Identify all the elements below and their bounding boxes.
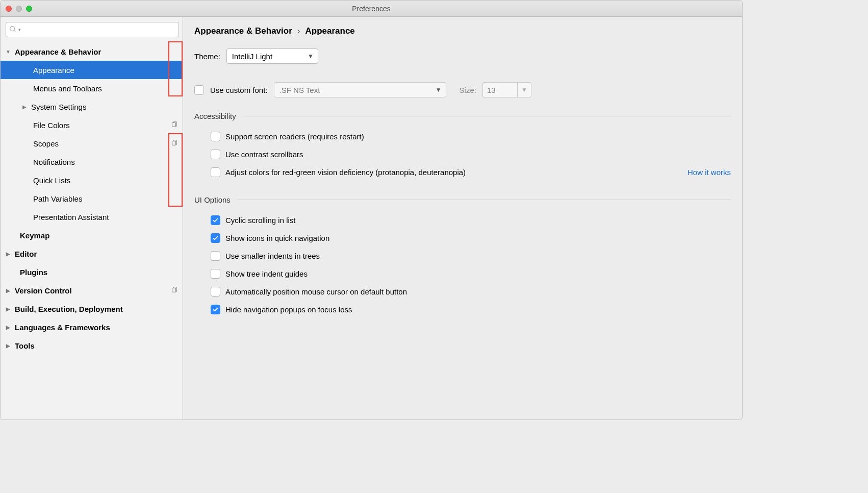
checkbox[interactable] <box>211 132 220 141</box>
checkbox[interactable] <box>211 150 220 159</box>
sidebar-item[interactable]: ▶System Settings <box>1 97 183 116</box>
sidebar-item-label: Quick Lists <box>33 176 70 185</box>
copy-icon <box>170 286 177 293</box>
sidebar-item-label: Appearance & Behavior <box>15 47 101 56</box>
accessibility-title: Accessibility <box>194 112 236 120</box>
ui-options-option: Automatically position mouse cursor on d… <box>194 283 731 301</box>
checkbox-label: Use smaller indents in trees <box>225 252 320 260</box>
sidebar-item[interactable]: ▼Appearance & Behavior <box>1 42 183 61</box>
sidebar-item-label: Scopes <box>33 139 59 148</box>
chevron-right-icon: › <box>297 26 300 36</box>
svg-point-0 <box>10 26 15 31</box>
sidebar-item[interactable]: ▶Tools <box>1 336 183 355</box>
sidebar-item-label: Keymap <box>20 231 49 240</box>
checkbox[interactable] <box>211 305 220 314</box>
ui-options-option: Use smaller indents in trees <box>194 247 731 265</box>
svg-line-1 <box>14 30 16 32</box>
ui-options-header: UI Options <box>194 195 731 204</box>
disclosure-right-icon: ▶ <box>5 251 12 257</box>
copy-icon <box>170 121 177 128</box>
svg-rect-3 <box>172 141 176 145</box>
sidebar-item[interactable]: ▶Build, Execution, Deployment <box>1 300 183 318</box>
accessibility-header: Accessibility <box>194 112 731 120</box>
breadcrumb-page: Appearance <box>305 26 354 36</box>
divider <box>237 200 731 200</box>
search-input[interactable]: ▾ <box>6 22 179 37</box>
font-value: .SF NS Text <box>279 86 320 94</box>
disclosure-right-icon: ▶ <box>5 325 12 330</box>
disclosure-right-icon: ▶ <box>5 288 12 293</box>
ui-options-option: Show icons in quick navigation <box>194 229 731 247</box>
theme-value: IntelliJ Light <box>232 52 272 61</box>
chevron-down-icon: ▾ <box>18 27 21 32</box>
sidebar-item-label: Menus and Toolbars <box>33 84 102 93</box>
disclosure-right-icon: ▶ <box>21 104 28 110</box>
checkbox[interactable] <box>211 269 220 279</box>
disclosure-placeholder <box>10 269 17 275</box>
sidebar-item-label: Build, Execution, Deployment <box>15 305 123 313</box>
checkbox[interactable] <box>211 215 220 225</box>
sidebar-item[interactable]: Menus and Toolbars <box>1 79 183 97</box>
checkbox[interactable] <box>211 233 220 243</box>
how-it-works-link[interactable]: How it works <box>687 168 731 177</box>
sidebar: ▾ ▼Appearance & BehaviorAppearanceMenus … <box>1 17 183 420</box>
titlebar: Preferences <box>1 1 742 17</box>
sidebar-item[interactable]: ▶Version Control <box>1 281 183 300</box>
checkbox[interactable] <box>211 287 220 297</box>
ui-options-option: Show tree indent guides <box>194 265 731 283</box>
sidebar-item-label: Version Control <box>15 286 72 295</box>
checkbox-label: Show tree indent guides <box>225 269 308 278</box>
sidebar-item[interactable]: Path Variables <box>1 189 183 208</box>
checkbox-label: Use contrast scrollbars <box>225 150 303 159</box>
accessibility-option: Adjust colors for red-green vision defic… <box>194 163 731 181</box>
sidebar-item[interactable]: Quick Lists <box>1 171 183 189</box>
sidebar-item[interactable]: ▶Editor <box>1 244 183 263</box>
sidebar-item-label: Tools <box>15 341 35 350</box>
checkbox-label: Automatically position mouse cursor on d… <box>225 287 407 296</box>
size-input[interactable] <box>482 82 517 97</box>
sidebar-item[interactable]: Appearance <box>1 61 183 79</box>
sidebar-item-label: Presentation Assistant <box>33 213 109 221</box>
font-select[interactable]: .SF NS Text ▼ <box>274 82 446 97</box>
caret-down-icon: ▼ <box>308 53 314 60</box>
caret-down-icon: ▼ <box>436 86 442 93</box>
sidebar-item-label: Plugins <box>20 268 47 277</box>
sidebar-item-label: Path Variables <box>33 194 82 203</box>
checkbox[interactable] <box>211 167 220 177</box>
sidebar-item[interactable]: Notifications <box>1 153 183 171</box>
size-stepper[interactable]: ▼ <box>517 82 531 97</box>
window-title: Preferences <box>1 5 742 13</box>
sidebar-item[interactable]: ▶Languages & Frameworks <box>1 318 183 336</box>
sidebar-item[interactable]: Plugins <box>1 263 183 281</box>
checkbox-label: Support screen readers (requires restart… <box>225 132 364 141</box>
checkbox[interactable] <box>211 251 220 261</box>
sidebar-item-label: System Settings <box>31 103 86 111</box>
search-icon <box>9 26 16 34</box>
sidebar-item[interactable]: Presentation Assistant <box>1 208 183 226</box>
accessibility-option: Support screen readers (requires restart… <box>194 128 731 145</box>
custom-font-checkbox[interactable] <box>194 85 204 95</box>
custom-font-label: Use custom font: <box>210 86 268 94</box>
content-panel: Appearance & Behavior › Appearance Theme… <box>183 17 742 420</box>
theme-select[interactable]: IntelliJ Light ▼ <box>226 48 318 64</box>
disclosure-right-icon: ▶ <box>5 306 12 312</box>
sidebar-item[interactable]: File Colors <box>1 116 183 134</box>
ui-options-option: Hide navigation popups on focus loss <box>194 301 731 318</box>
divider <box>242 116 731 116</box>
sidebar-item-label: Appearance <box>33 66 74 75</box>
sidebar-item[interactable]: Keymap <box>1 226 183 244</box>
sidebar-item-label: Notifications <box>33 158 75 166</box>
disclosure-right-icon: ▶ <box>5 343 12 349</box>
svg-rect-4 <box>172 288 176 292</box>
copy-icon <box>170 139 177 146</box>
disclosure-placeholder <box>10 232 17 238</box>
sidebar-item[interactable]: Scopes <box>1 134 183 153</box>
sidebar-item-label: Languages & Frameworks <box>15 323 110 332</box>
sidebar-item-label: Editor <box>15 250 37 258</box>
breadcrumb-section: Appearance & Behavior <box>194 26 292 36</box>
sidebar-item-label: File Colors <box>33 121 70 130</box>
checkbox-label: Adjust colors for red-green vision defic… <box>225 168 466 177</box>
theme-label: Theme: <box>194 52 220 61</box>
ui-options-title: UI Options <box>194 195 231 204</box>
accessibility-option: Use contrast scrollbars <box>194 145 731 163</box>
